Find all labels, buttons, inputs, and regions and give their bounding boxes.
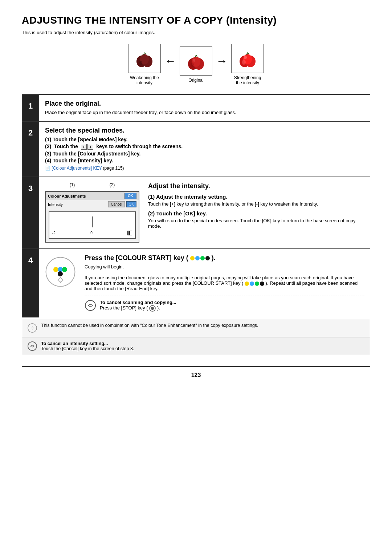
svg-point-7 [191, 62, 194, 67]
svg-point-15 [53, 267, 58, 272]
right-arrow: → [216, 54, 228, 68]
callout-1: (1) [70, 182, 75, 187]
original-label: Original [188, 78, 203, 83]
intensity-diagram: Weakening the intensity ← Original → [22, 44, 370, 85]
callout-2: (2) [110, 182, 115, 187]
colour-start-icon-wrapper: ◇ [45, 254, 76, 312]
special-modes-item-2: (2) Touch the + + keys to switch through… [45, 143, 364, 150]
special-modes-item-4: (4) Touch the [Intensity] key. [45, 158, 364, 163]
original-apple-box [180, 46, 212, 76]
svg-point-27 [28, 342, 37, 351]
cancel-scanning-text: To cancel scanning and copying... Press … [100, 300, 176, 312]
dot-cyan-2 [250, 281, 254, 286]
diagram-item-weak: Weakening the intensity [128, 44, 161, 85]
step-3-screen: (1) (2) Colour Adjustments OK Intensity … [45, 182, 139, 243]
step-4-number: 4 [22, 249, 39, 317]
step-2: 2 Select the special modes. (1) Touch th… [22, 121, 370, 177]
special-modes-item-1: (1) Touch the [Special Modes] key. [45, 137, 364, 142]
slider-val-min: -2 [52, 231, 56, 235]
ca-header: Colour Adjustments OK [46, 192, 139, 200]
cancel-scanning-box: To cancel scanning and copying... Press … [85, 296, 364, 312]
step-4-inner: ◇ Press the [COLOUR START] key ( ). Copy… [45, 254, 364, 312]
step-1-title: Place the original. [45, 100, 364, 108]
ca-row-label: Intensity [48, 202, 63, 207]
ca-slider-track: -2 0 ▌ [52, 229, 132, 235]
step-2-title: Select the special modes. [45, 127, 364, 134]
stop-key-symbol [149, 305, 156, 312]
ref-link: 📄 [Colour Adjustments] KEY (page 115) [45, 166, 364, 171]
dot-black-2 [260, 281, 264, 286]
svg-point-13 [244, 56, 247, 59]
colour-dots-title [190, 256, 210, 260]
diagram-item-original: Original [180, 46, 212, 83]
step3-sub2-title: (2) Touch the [OK] key. [148, 210, 364, 216]
left-arrow: ← [164, 54, 176, 68]
svg-point-17 [62, 267, 67, 272]
svg-point-8 [193, 59, 195, 62]
step-1-content: Place the original. Place the original f… [39, 95, 370, 121]
step-3-instructions: Adjust the intensity. (1) Adjust the int… [148, 182, 364, 243]
ref-link-text[interactable]: [Colour Adjustments] KEY [52, 166, 102, 171]
svg-point-12 [242, 60, 246, 65]
special-modes-list: (1) Touch the [Special Modes] key. (2) T… [45, 137, 364, 163]
step-2-number: 2 [22, 122, 39, 177]
step-3-content: (1) (2) Colour Adjustments OK Intensity … [39, 177, 370, 248]
ca-row-btns: Cancel OK [108, 201, 136, 207]
step-1-body: Place the original face up in the docume… [45, 110, 364, 115]
stop-key-icon [149, 305, 156, 312]
cancel-scanning-title: To cancel scanning and copying... [100, 300, 176, 305]
step4-body1: Copying will begin. If you are using the… [85, 264, 364, 291]
strong-apple-box [231, 44, 264, 73]
svg-point-23 [151, 307, 154, 310]
step-4: 4 ◇ Press the [COLOUR START] [22, 248, 370, 317]
step-3: 3 (1) (2) Colour Adjustments OK Intensi [22, 177, 370, 248]
strong-label: Strengthening the intensity [231, 75, 264, 85]
ca-header-ok[interactable]: OK [124, 193, 136, 199]
note-box-1: This function cannot be used in combinat… [22, 319, 370, 337]
svg-point-3 [139, 61, 142, 65]
colour-start-icon: ◇ [45, 256, 76, 287]
ca-slider-area: -2 0 ▌ [49, 211, 136, 239]
dot-black [205, 256, 210, 260]
cancel-note-box: To cancel an intensity setting... Touch … [22, 337, 370, 355]
svg-point-16 [58, 267, 63, 272]
cancel-note-title: To cancel an intensity setting... [41, 341, 108, 346]
step3-sub1-body: Touch the [+] key to strengthen the inte… [148, 201, 364, 207]
step4-title: Press the [COLOUR START] key ( ). [85, 254, 364, 262]
slider-val-mid: 0 [90, 231, 93, 235]
slider-indicator-line [92, 216, 93, 227]
page-title: ADJUSTING THE INTENSITY OF A COPY (Inten… [22, 15, 370, 26]
step3-sub1-title: (1) Adjust the intensity setting. [148, 194, 364, 200]
step-3-title: Adjust the intensity. [148, 182, 364, 190]
nav-key-minus: + [87, 144, 93, 150]
ca-ok-btn2[interactable]: OK [126, 201, 136, 207]
special-modes-item-3: (3) Touch the [Colour Adjustments] key. [45, 151, 364, 157]
ca-cancel-btn[interactable]: Cancel [108, 201, 124, 207]
cancel-note-icon [27, 341, 37, 351]
step-3-inner: (1) (2) Colour Adjustments OK Intensity … [45, 182, 364, 243]
screen-wrapper: Colour Adjustments OK Intensity Cancel O… [45, 191, 139, 243]
ca-screen: Colour Adjustments OK Intensity Cancel O… [45, 191, 139, 243]
page-number: 123 [22, 366, 370, 378]
weak-label: Weakening the intensity [128, 75, 161, 85]
step-4-right: Press the [COLOUR START] key ( ). Copyin… [85, 254, 364, 312]
ca-header-label: Colour Adjustments [48, 194, 86, 198]
step-4-content: ◇ Press the [COLOUR START] key ( ). Copy… [39, 249, 370, 317]
ca-row: Intensity Cancel OK [46, 200, 139, 208]
diagram-item-strong: Strengthening the intensity [231, 44, 264, 85]
dot-green [200, 256, 205, 260]
dot-yellow-2 [245, 281, 249, 286]
step3-sub2-body: You will return to the special modes scr… [148, 218, 364, 229]
dot-yellow [190, 256, 195, 260]
note-icon-1 [27, 323, 37, 333]
cancel-note-text: To cancel an intensity setting... Touch … [41, 341, 134, 351]
dot-cyan [195, 256, 200, 260]
strong-apple-icon [237, 48, 258, 69]
weak-apple-box [128, 44, 161, 73]
nav-keys: + + [81, 144, 94, 150]
slider-val-cur: ▌ [127, 231, 132, 235]
original-apple-icon [185, 50, 207, 72]
note-1-text: This function cannot be used in combinat… [41, 323, 258, 328]
callout-labels-top: (1) (2) [45, 182, 139, 187]
slider-visual [52, 216, 132, 227]
